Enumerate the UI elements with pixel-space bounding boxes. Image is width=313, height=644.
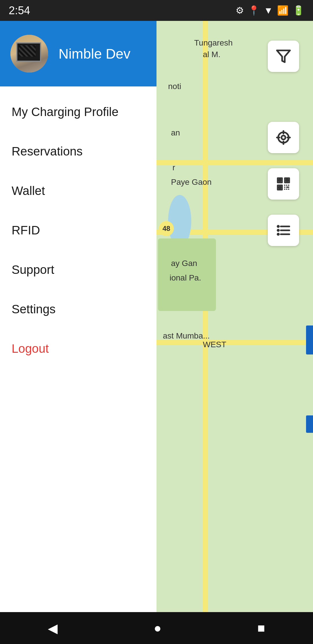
svg-rect-11 (286, 179, 288, 181)
road-badge: 48 (159, 221, 174, 236)
list-icon (276, 222, 291, 238)
menu-item-rfid[interactable]: RFID (0, 211, 156, 250)
signal-icon: 📶 (277, 5, 289, 16)
map-label: r (172, 163, 175, 172)
map-label: noti (168, 82, 181, 91)
recent-apps-button[interactable]: ■ (257, 621, 265, 635)
drawer-header: Nimble Dev (0, 21, 156, 86)
list-view-button[interactable] (268, 215, 299, 246)
svg-rect-12 (279, 187, 281, 189)
filter-button[interactable] (268, 41, 299, 72)
map-label: ast Mumba... (163, 331, 210, 341)
wifi-icon: ▼ (264, 5, 273, 16)
menu-items: My Charging Profile Reservations Wallet … (0, 86, 156, 600)
avatar-image (10, 35, 48, 73)
menu-item-wallet[interactable]: Wallet (0, 171, 156, 211)
menu-item-settings[interactable]: Settings (0, 290, 156, 329)
svg-point-25 (278, 230, 279, 231)
map-label: ay Gan (171, 259, 197, 268)
avatar (10, 35, 48, 73)
menu-item-logout[interactable]: Logout (0, 329, 156, 368)
map-label: ional Pa. (170, 273, 201, 283)
svg-point-26 (278, 234, 279, 235)
status-bar: 2:54 ⚙ 📍 ▼ 📶 🔋 (0, 0, 313, 21)
home-button[interactable]: ● (154, 621, 161, 635)
svg-point-1 (281, 135, 285, 140)
map-scrollbar2 (306, 415, 313, 433)
qr-code-icon (276, 176, 291, 192)
map-scrollbar (306, 325, 313, 354)
funnel-icon (276, 48, 291, 64)
svg-point-24 (278, 226, 279, 227)
svg-rect-10 (279, 179, 281, 181)
status-icons: ⚙ 📍 ▼ 📶 🔋 (236, 5, 304, 16)
navigation-drawer: Nimble Dev My Charging Profile Reservati… (0, 21, 156, 644)
qr-scan-button[interactable] (268, 168, 299, 200)
menu-item-charging-profile[interactable]: My Charging Profile (0, 92, 156, 132)
battery-icon: 🔋 (293, 5, 304, 16)
navigation-bar: ◀ ● ■ (0, 612, 313, 644)
map-road (156, 340, 313, 345)
crosshair-icon (276, 130, 291, 145)
drawer-username: Nimble Dev (59, 46, 130, 62)
map-label: an (171, 128, 180, 138)
map-label: Tungaresh (194, 38, 233, 48)
location-status-icon: 📍 (248, 5, 260, 16)
map-label: Paye Gaon (171, 178, 212, 187)
menu-item-reservations[interactable]: Reservations (0, 132, 156, 171)
map-road (156, 160, 313, 165)
svg-marker-0 (277, 50, 290, 62)
map-label: WEST (203, 340, 226, 349)
map-label: al M. (203, 50, 221, 59)
menu-item-support[interactable]: Support (0, 250, 156, 290)
status-time: 2:54 (9, 4, 30, 17)
my-location-button[interactable] (268, 122, 299, 153)
back-button[interactable]: ◀ (48, 621, 58, 636)
gear-icon: ⚙ (236, 5, 244, 16)
